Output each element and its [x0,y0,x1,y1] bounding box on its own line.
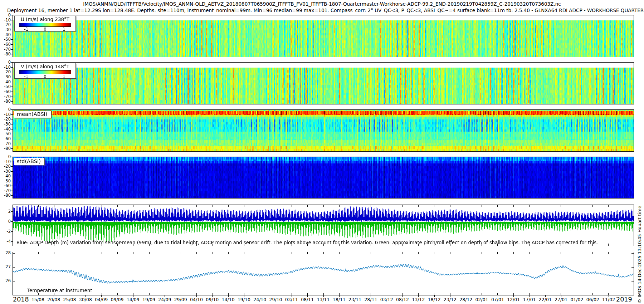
y-tick-mark [11,267,13,267]
x-tick-mark [418,295,419,297]
panel-depth-variation-lines: Blue: ADCP Depth (m) variation from sens… [13,205,634,246]
x-tick-label: 03/11 [284,297,299,302]
x-tick-mark [466,295,466,297]
y-tick-label: 0 [0,107,11,112]
x-tick-mark [38,295,38,297]
mean-absi-label-box: mean(ABSI) [14,111,52,118]
v-colorbar-tick-zero: 0 [44,74,46,79]
copyright-watermark: © IMOS 14-Dec-2025 13:10:45 Hobart time [637,206,642,303]
u-velocity-canvas [13,15,634,57]
x-tick-label: 08/12 [395,297,410,302]
y-tick-mark [11,195,13,196]
x-tick-mark [196,295,197,297]
x-tick-mark [498,295,498,297]
x-tick-label: 29/10 [268,297,284,302]
y-tick-mark [11,148,13,149]
y-tick-label: -50 [0,131,11,136]
y-tick-label: -40 [0,79,11,84]
y-tick-mark [11,62,13,63]
x-tick-mark [276,295,276,297]
y-tick-mark [11,25,13,25]
x-tick-label: 15/08 [30,297,46,302]
y-tick-label: 26 [0,278,11,283]
x-tick-mark [402,295,403,297]
x-tick-label: 28/12 [458,297,474,302]
y-tick-label: -20 [0,22,11,27]
u-colorbar-gradient [19,23,71,27]
y-tick-label: -60 [0,42,11,47]
panel-temperature-line: Temperature at instrument [13,252,634,295]
y-tick-mark [11,67,13,68]
y-tick-label: -30 [0,169,11,174]
x-tick-mark [450,295,450,297]
y-tick-mark [11,281,13,281]
y-tick-label: 27 [0,264,11,269]
x-tick-mark [165,295,165,297]
y-tick-label: 0 [0,219,11,224]
y-tick-label: -4 [0,239,11,244]
y-tick-label: -70 [0,94,11,99]
u-colorbar-legend: U (m/s) along 238°T -1 0 1 [14,16,76,31]
x-tick-mark [593,295,593,297]
x-tick-mark [577,295,577,297]
y-tick-label: -10 [0,65,11,70]
x-tick-label: 04/10 [189,297,204,302]
y-tick-mark [11,171,13,172]
x-tick-label: 03/12 [379,297,395,302]
y-tick-mark [11,162,13,162]
u-colorbar-tick-neg1: -1 [24,27,28,32]
y-tick-label: 28 [0,250,11,255]
x-tick-label: 13/11 [316,297,331,302]
x-tick-mark [70,295,70,297]
y-tick-mark [11,35,13,35]
y-tick-label: -50 [0,37,11,42]
std-absi-canvas [13,157,634,198]
x-tick-mark [292,295,292,297]
x-tick-mark [545,295,546,297]
y-tick-mark [11,211,13,212]
x-axis-year-start: 2018 [13,296,29,303]
x-tick-mark [609,295,609,297]
y-tick-label: -30 [0,74,11,79]
x-tick-mark [561,295,561,297]
y-tick-label: -10 [0,159,11,164]
x-tick-label: 17/01 [522,297,537,302]
y-tick-mark [11,97,13,97]
adcp-figure: IMOS/ANMN/QLD/ITFFTB/Velocity/IMOS_ANMN-… [0,0,644,304]
y-tick-mark [11,186,13,186]
y-tick-mark [11,191,13,191]
figure-subtitle: Deployment 16, member 1 lat=12.29S lon=1… [7,8,644,13]
x-tick-mark [355,295,355,297]
y-tick-mark [11,157,13,157]
y-tick-label: -20 [0,117,11,122]
x-tick-mark [371,295,371,297]
y-tick-label: -40 [0,32,11,37]
v-legend-title: V (m/s) along 148°T [15,63,75,69]
y-tick-mark [11,109,13,110]
x-tick-mark [530,295,530,297]
x-axis-year-end: 2019 [616,296,632,303]
y-tick-label: -70 [0,141,11,146]
y-tick-mark [11,129,13,129]
x-tick-label: 04/09 [93,297,109,302]
y-tick-mark [11,82,13,82]
y-tick-label: -80 [0,99,11,104]
y-tick-label: -80 [0,52,11,57]
x-tick-label: 25/08 [62,297,78,302]
y-tick-label: -60 [0,89,11,94]
x-tick-mark [260,295,260,297]
y-tick-mark [11,54,13,54]
x-tick-label: 06/02 [585,297,601,302]
y-tick-mark [11,39,13,40]
x-tick-label: 14/09 [125,297,141,302]
y-tick-label: -70 [0,47,11,52]
x-tick-label: 20/08 [46,297,62,302]
x-tick-label: 27/01 [553,297,569,302]
y-tick-mark [11,176,13,176]
v-colorbar-gradient [19,70,71,74]
x-tick-label: 09/10 [204,297,220,302]
y-tick-label: 0 [0,60,11,65]
temperature-canvas [13,252,634,295]
y-tick-mark [11,253,13,253]
temperature-label: Temperature at instrument [27,288,92,293]
